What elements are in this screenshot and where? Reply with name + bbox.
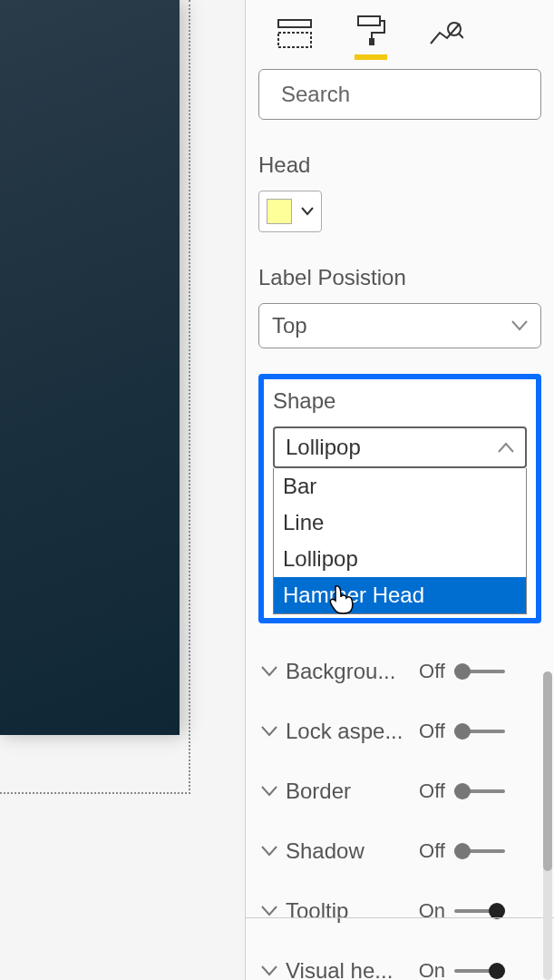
property-row[interactable]: ShadowOff [258,821,541,881]
shape-group-highlighted: Shape Lollipop BarLineLollipopHammer Hea… [258,374,541,623]
tab-fields[interactable] [277,18,313,56]
chevron-up-icon [498,442,514,453]
shape-option[interactable]: Bar [274,468,526,505]
property-toggle[interactable] [454,843,505,859]
tab-analytics[interactable] [429,18,463,56]
property-row[interactable]: Visual he...On [258,941,541,980]
chevron-down-icon [258,786,280,797]
visual-tile[interactable] [0,0,180,735]
format-pane: Head Label Posistion Top Shape Lollipop … [245,0,554,980]
shape-dropdown: BarLineLollipopHammer Head [273,468,527,614]
property-list: Backgrou...OffLock aspe...OffBorderOffSh… [258,642,541,980]
search-input[interactable] [281,82,552,107]
property-state: Off [403,660,445,683]
fields-icon [277,18,313,49]
property-toggle[interactable] [454,663,505,680]
property-state: Off [403,839,445,863]
shape-label: Shape [273,388,527,414]
property-label: Visual he... [286,958,403,980]
shape-select-value: Lollipop [286,435,361,460]
label-position-value: Top [272,313,307,338]
svg-rect-2 [358,16,380,25]
head-color-swatch [267,199,292,224]
property-state: Off [403,779,445,803]
property-state: On [403,899,445,923]
chevron-down-icon [258,726,280,737]
chevron-down-icon [511,320,528,331]
label-position-group: Label Posistion Top [258,265,541,348]
pane-scrollbar[interactable] [543,671,552,980]
pane-divider [245,917,554,918]
paint-roller-icon [355,15,387,47]
head-label: Head [258,152,541,178]
property-row[interactable]: TooltipOn [258,881,541,941]
cursor-pointer-icon [328,584,355,615]
svg-rect-1 [278,33,311,47]
shape-option[interactable]: Line [274,505,526,541]
shape-select[interactable]: Lollipop [273,426,527,468]
chevron-down-icon [258,906,280,916]
property-state: On [403,959,445,980]
chevron-down-icon [258,846,280,857]
property-label: Border [286,779,403,804]
svg-rect-3 [369,38,374,45]
property-row[interactable]: Lock aspe...Off [258,701,541,761]
tab-format[interactable] [355,15,387,60]
property-label: Lock aspe... [286,719,403,744]
caret-down-icon [301,207,314,216]
chevron-down-icon [258,666,280,677]
property-row[interactable]: Backgrou...Off [258,642,541,701]
property-toggle[interactable] [454,963,505,979]
property-label: Shadow [286,838,403,864]
property-toggle[interactable] [454,723,505,740]
shape-option[interactable]: Hammer Head [274,577,526,613]
property-label: Tooltip [286,898,403,924]
property-label: Backgrou... [286,659,403,684]
property-state: Off [403,720,445,743]
pane-tabs [258,9,541,60]
head-group: Head [258,152,541,232]
scrollbar-thumb[interactable] [543,671,552,871]
shape-option[interactable]: Lollipop [274,541,526,577]
property-row[interactable]: BorderOff [258,761,541,821]
label-position-select[interactable]: Top [258,303,541,348]
svg-rect-0 [278,20,311,27]
svg-line-5 [459,34,463,38]
label-position-label: Label Posistion [258,265,541,290]
analytics-icon [429,18,463,49]
property-toggle[interactable] [454,783,505,799]
report-canvas[interactable] [0,0,245,980]
chevron-down-icon [258,965,280,976]
head-color-picker[interactable] [258,191,322,232]
search-box[interactable] [258,69,541,120]
